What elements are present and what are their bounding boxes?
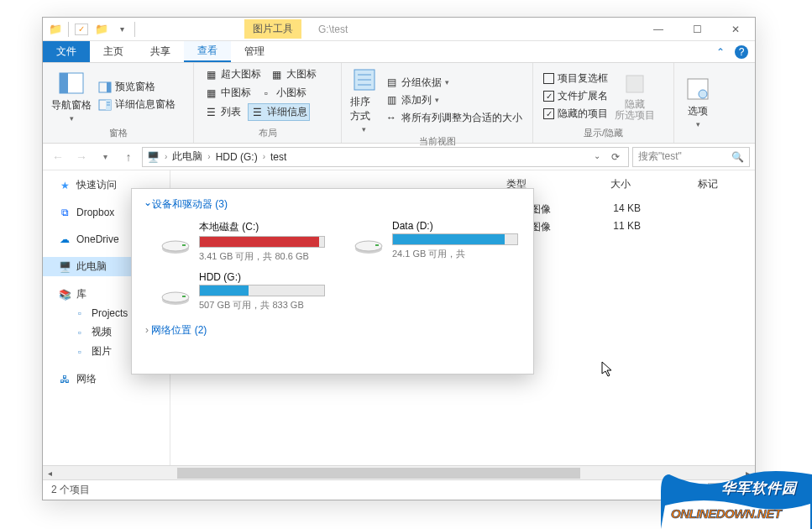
ribbon-group-current-view: 排序方式 ▾ ▤分组依据 ▥添加列 ↔将所有列调整为合适的大小 当前视图: [342, 63, 533, 143]
network-locations-header[interactable]: 网络位置 (2): [145, 323, 521, 338]
usage-bar: [392, 233, 518, 245]
window-controls: — ☐ ✕: [639, 18, 755, 41]
tab-manage[interactable]: 管理: [231, 41, 278, 62]
column-size[interactable]: 大小: [610, 177, 631, 191]
svg-point-14: [699, 90, 707, 98]
new-folder-icon[interactable]: 📁: [92, 20, 111, 39]
properties-icon[interactable]: ✓: [72, 20, 91, 39]
drives-list: 本地磁盘 (C:) 3.41 GB 可用，共 80.6 GB Data (D:)…: [160, 220, 521, 312]
quick-access-toolbar: 📁 ✓ 📁 ▾: [43, 20, 140, 39]
list-button[interactable]: ☰列表: [202, 103, 243, 121]
network-icon: 🖧: [58, 373, 71, 386]
folder-icon: 📁: [46, 20, 65, 39]
chevron-down-icon: ▾: [362, 125, 366, 134]
drive-icon: [160, 232, 191, 255]
checkbox-checked-icon: [543, 108, 554, 119]
scroll-left-icon[interactable]: ◂: [43, 466, 57, 480]
hidden-items-toggle[interactable]: 隐藏的项目: [542, 106, 610, 122]
address-input[interactable]: 🖥️ › 此电脑 › HDD (G:) › test ⌄ ⟳: [142, 147, 629, 167]
file-extensions-toggle[interactable]: 文件扩展名: [542, 88, 610, 104]
label: 排序方式: [350, 95, 378, 123]
label: 小图标: [276, 86, 306, 100]
svg-rect-12: [626, 76, 643, 92]
drive-item[interactable]: 本地磁盘 (C:) 3.41 GB 可用，共 80.6 GB: [160, 220, 328, 263]
item-checkboxes-toggle[interactable]: 项目复选框: [542, 71, 610, 86]
details-view-button[interactable]: ☰详细信息: [248, 103, 310, 121]
add-columns-button[interactable]: ▥添加列: [383, 92, 524, 108]
scroll-thumb[interactable]: [177, 468, 580, 479]
group-label: 显示/隐藏: [542, 125, 665, 141]
group-by-button[interactable]: ▤分组依据: [383, 75, 524, 91]
star-icon: ★: [58, 179, 71, 192]
label: 快速访问: [76, 178, 117, 192]
minimize-button[interactable]: —: [639, 18, 678, 41]
collapse-ribbon-icon[interactable]: ⌃: [716, 46, 725, 58]
label: 超大图标: [221, 67, 261, 81]
breadcrumb[interactable]: 此电脑: [172, 149, 202, 164]
ribbon: 导航窗格 ▾ 预览窗格 详细信息窗格 窗格 ▦超大图标 ▦大图标 ▦中图标 ▫小: [43, 63, 755, 144]
label: 大图标: [286, 67, 317, 81]
recent-locations-button[interactable]: ▾: [95, 147, 115, 167]
options-button[interactable]: 选项 ▾: [683, 66, 713, 138]
horizontal-scrollbar[interactable]: ◂ ▸: [43, 465, 755, 479]
large-icons-button[interactable]: ▦大图标: [268, 66, 318, 82]
group-label: 布局: [202, 125, 333, 141]
label: 分组依据: [401, 76, 442, 90]
up-button[interactable]: ↑: [118, 147, 139, 167]
status-bar: 2 个项目: [43, 479, 755, 500]
column-tags[interactable]: 标记: [698, 177, 718, 191]
back-button[interactable]: ←: [48, 147, 68, 167]
list-icon: ☰: [204, 106, 217, 119]
small-icons-button[interactable]: ▫小图标: [258, 85, 308, 101]
devices-header[interactable]: 设备和驱动器 (3): [144, 197, 521, 212]
sort-icon: [351, 66, 378, 93]
size-columns-button[interactable]: ↔将所有列调整为合适的大小: [383, 110, 524, 126]
ribbon-group-show-hide: 项目复选框 文件扩展名 隐藏的项目 隐藏 所选项目 显示/隐藏: [533, 63, 674, 143]
tab-file[interactable]: 文件: [43, 41, 90, 62]
drives-tooltip: 设备和驱动器 (3) 本地磁盘 (C:) 3.41 GB 可用，共 80.6 G…: [131, 188, 534, 374]
options-icon: [684, 76, 711, 102]
logo-text-en: ONLINEDOWN.NET: [671, 506, 781, 521]
contextual-tab-label: 图片工具: [244, 19, 301, 39]
titlebar: 📁 ✓ 📁 ▾ 图片工具 G:\test — ☐ ✕: [43, 18, 755, 41]
item-count: 2 个项目: [51, 483, 90, 497]
maximize-button[interactable]: ☐: [678, 18, 716, 41]
drive-name: HDD (G:): [199, 271, 328, 283]
svg-rect-20: [375, 244, 379, 246]
pc-icon: 🖥️: [146, 150, 160, 164]
preview-pane-button[interactable]: 预览窗格: [97, 79, 177, 95]
dropbox-icon: ⧉: [58, 206, 71, 219]
small-icons-icon: ▫: [259, 86, 273, 100]
checkbox-icon: [543, 73, 554, 84]
navigation-pane-button[interactable]: 导航窗格 ▾: [51, 66, 92, 125]
close-button[interactable]: ✕: [716, 18, 755, 41]
hide-selected-button[interactable]: 隐藏 所选项目: [615, 66, 655, 125]
search-icon[interactable]: 🔍: [731, 151, 744, 163]
qat-dropdown-icon[interactable]: ▾: [113, 20, 131, 39]
separator: [134, 22, 135, 37]
drive-item[interactable]: HDD (G:) 507 GB 可用，共 833 GB: [160, 271, 328, 312]
preview-pane-icon: [98, 81, 112, 94]
group-label: 窗格: [51, 125, 185, 141]
label: 列表: [221, 105, 241, 119]
help-icon[interactable]: ?: [735, 45, 748, 59]
address-dropdown-icon[interactable]: ⌄: [588, 151, 606, 163]
forward-button[interactable]: →: [71, 147, 92, 167]
details-pane-button[interactable]: 详细信息窗格: [97, 97, 177, 113]
drive-icon: [160, 283, 191, 306]
search-input[interactable]: 搜索"test" 🔍: [632, 147, 750, 167]
label: 项目复选框: [558, 71, 608, 86]
large-icons-icon: ▦: [270, 68, 283, 81]
drive-usage-text: 3.41 GB 可用，共 80.6 GB: [199, 250, 328, 263]
breadcrumb[interactable]: HDD (G:): [216, 151, 258, 163]
extra-large-icons-button[interactable]: ▦超大图标: [202, 66, 263, 82]
drive-item[interactable]: Data (D:) 24.1 GB 可用，共: [354, 220, 521, 263]
tab-home[interactable]: 主页: [90, 41, 137, 62]
refresh-icon[interactable]: ⟳: [606, 151, 625, 163]
tab-view[interactable]: 查看: [184, 41, 231, 62]
medium-icons-button[interactable]: ▦中图标: [202, 85, 253, 101]
sort-by-button[interactable]: 排序方式 ▾: [350, 66, 378, 134]
breadcrumb[interactable]: test: [270, 151, 286, 163]
group-label: [683, 138, 713, 141]
tab-share[interactable]: 共享: [137, 41, 184, 62]
